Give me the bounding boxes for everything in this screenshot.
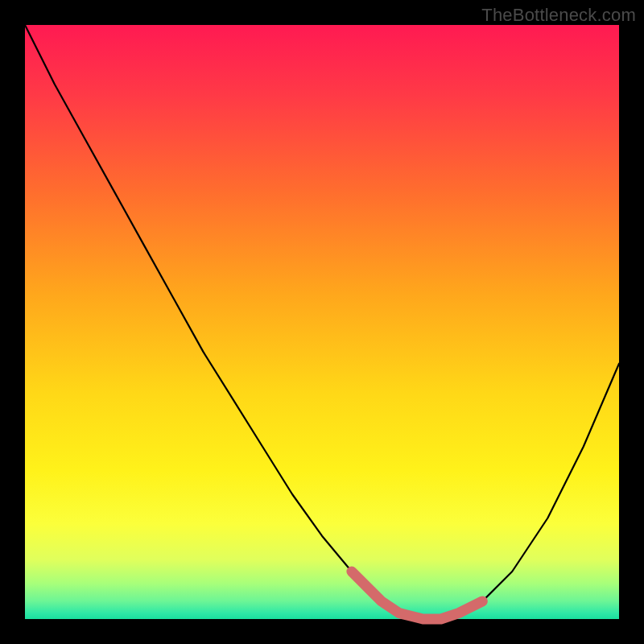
- chart-frame: TheBottleneck.com: [0, 0, 644, 644]
- bottleneck-curve: [25, 25, 619, 619]
- plot-area: [25, 25, 619, 619]
- watermark-label: TheBottleneck.com: [481, 5, 636, 26]
